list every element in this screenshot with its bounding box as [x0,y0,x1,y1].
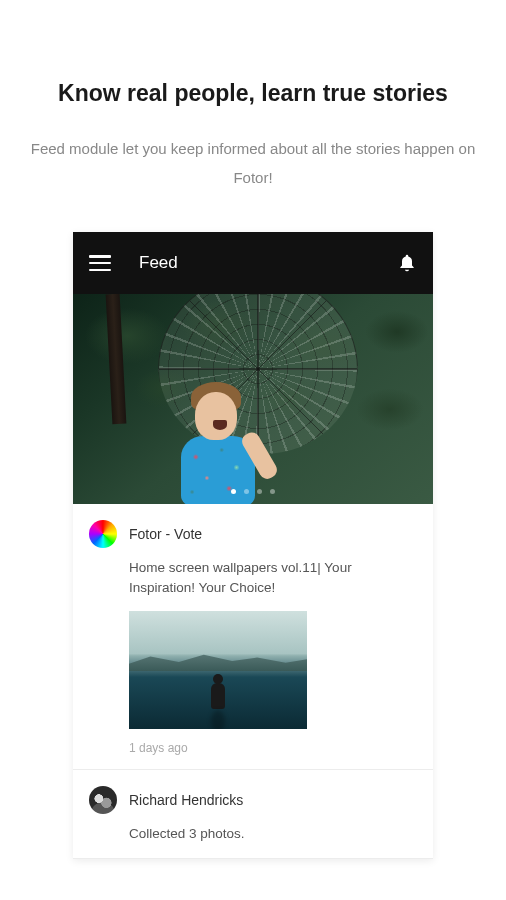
phone-mockup: Feed [73,232,433,859]
feed-text: Home screen wallpapers vol.11| Your Insp… [129,558,417,599]
feed-item[interactable]: Richard Hendricks Collected 3 photos. [73,770,433,859]
menu-icon[interactable] [89,255,111,271]
carousel-dot[interactable] [231,489,236,494]
headline: Know real people, learn true stories [20,80,486,107]
avatar[interactable] [89,520,117,548]
feed-timestamp: 1 days ago [129,741,417,755]
carousel-dot[interactable] [257,489,262,494]
notifications-icon[interactable] [397,252,417,274]
feed-text: Collected 3 photos. [129,824,417,844]
feed-author: Fotor - Vote [129,526,202,542]
feed-item[interactable]: Fotor - Vote Home screen wallpapers vol.… [73,504,433,770]
carousel-dot[interactable] [270,489,275,494]
carousel-dot[interactable] [244,489,249,494]
feed-list: Fotor - Vote Home screen wallpapers vol.… [73,504,433,859]
app-title: Feed [139,253,397,273]
hero-carousel[interactable] [73,294,433,504]
carousel-dots[interactable] [231,489,275,494]
feed-thumbnail[interactable] [129,611,307,729]
feed-author: Richard Hendricks [129,792,243,808]
subheadline: Feed module let you keep informed about … [20,135,486,192]
app-bar: Feed [73,232,433,294]
avatar[interactable] [89,786,117,814]
